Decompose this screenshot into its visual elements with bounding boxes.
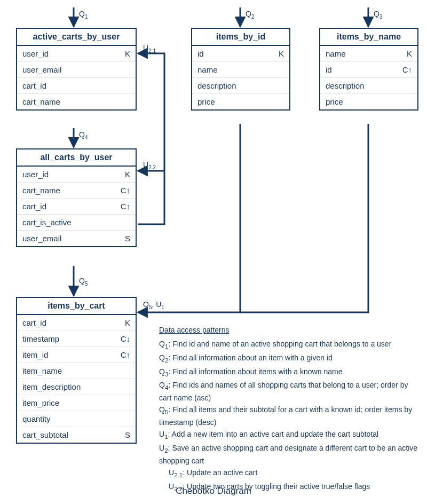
label-q4: Q4 (79, 130, 88, 140)
pattern-item: U1: Add a new item into an active cart a… (159, 429, 421, 442)
table-row: idK (192, 46, 289, 62)
table-items-by-cart: items_by_cart cart_idKtimestampC↓item_id… (16, 297, 137, 444)
label-u21: U2.1 (143, 44, 156, 54)
table-row: item_idC↑ (17, 347, 136, 363)
column-key: C↑ (114, 350, 130, 359)
data-access-patterns: Data access patterns Q1: Find id and nam… (159, 325, 421, 495)
label-q5u1: Q5, U1 (143, 300, 164, 310)
column-name: cart_id (22, 202, 114, 211)
table-items-by-name: items_by_name nameKidC↑descriptionprice (319, 28, 418, 111)
table-row: idC↑ (320, 62, 417, 78)
diagram-canvas: Q1 Q2 Q3 Q4 Q5 U2.1 U2.2 Q5, U1 active_c… (0, 0, 427, 504)
column-name: cart_is_active (22, 218, 114, 227)
table-active-carts-by-user: active_carts_by_user user_idKuser_emailc… (16, 28, 137, 111)
column-key (268, 65, 284, 74)
column-name: user_id (22, 49, 114, 58)
column-name: item_id (22, 350, 114, 359)
table-items-by-id: items_by_id idKnamedescriptionprice (191, 28, 290, 111)
table-body: idKnamedescriptionprice (192, 46, 289, 109)
column-key: C↑ (396, 65, 412, 74)
table-body: user_idKcart_nameC↑cart_idC↑cart_is_acti… (17, 167, 136, 246)
column-name: id (326, 65, 396, 74)
column-key (114, 398, 130, 407)
pattern-item: U2: Save an active shopping cart and des… (159, 443, 421, 466)
pattern-item: U2.1: Update an active cart (159, 467, 421, 480)
column-key: C↑ (114, 202, 130, 211)
table-row: user_email (17, 62, 136, 78)
column-name: description (197, 81, 268, 90)
table-row: price (320, 94, 417, 109)
column-name: price (197, 97, 268, 106)
pattern-item: Q2: Find all information about an item w… (159, 352, 421, 365)
column-key (114, 414, 130, 423)
column-key (114, 382, 130, 391)
column-key (396, 97, 412, 106)
column-key (396, 81, 412, 90)
column-key: C↑ (114, 186, 130, 195)
column-key (114, 218, 130, 227)
table-row: cart_is_active (17, 215, 136, 231)
column-key (114, 97, 130, 106)
label-u22: U2.2 (143, 160, 156, 170)
table-row: cart_idK (17, 315, 136, 331)
column-name: item_price (22, 398, 114, 407)
table-row: user_emailS (17, 231, 136, 246)
label-q5: Q5 (79, 277, 88, 287)
table-title: items_by_id (192, 29, 289, 46)
table-all-carts-by-user: all_carts_by_user user_idKcart_nameC↑car… (16, 148, 137, 247)
pattern-item: Q4: Find ids and names of all shopping c… (159, 380, 421, 403)
column-name: cart_id (22, 318, 114, 327)
column-key: K (268, 49, 284, 58)
column-name: id (197, 49, 268, 58)
column-name: cart_subtotal (22, 430, 114, 439)
table-row: cart_idC↑ (17, 199, 136, 215)
column-name: item_description (22, 382, 114, 391)
table-row: quantity (17, 411, 136, 427)
patterns-title: Data access patterns (159, 325, 421, 335)
table-row: item_name (17, 363, 136, 379)
pattern-item: Q1: Find id and name of an active shoppi… (159, 338, 421, 351)
table-title: active_carts_by_user (17, 29, 136, 46)
column-name: cart_id (22, 81, 114, 90)
column-key: S (114, 430, 130, 439)
table-row: item_description (17, 379, 136, 395)
table-row: cart_nameC↑ (17, 183, 136, 199)
column-name: user_email (22, 234, 114, 243)
table-body: cart_idKtimestampC↓item_idC↑item_nameite… (17, 315, 136, 443)
column-key: K (396, 49, 412, 58)
column-name: name (197, 65, 268, 74)
table-row: user_idK (17, 46, 136, 62)
label-q3: Q3 (374, 10, 382, 20)
column-key (268, 97, 284, 106)
pattern-item: Q5: Find all items and their subtotal fo… (159, 404, 421, 428)
table-row: nameK (320, 46, 417, 62)
label-q1: Q1 (79, 10, 88, 20)
table-row: item_price (17, 395, 136, 411)
table-body: nameKidC↑descriptionprice (320, 46, 417, 109)
column-key: K (114, 170, 130, 179)
table-body: user_idKuser_emailcart_idcart_name (17, 46, 136, 109)
table-row: price (192, 94, 289, 109)
label-q2: Q2 (246, 10, 254, 20)
column-name: user_id (22, 170, 114, 179)
column-key: C↓ (114, 334, 130, 343)
column-key (114, 81, 130, 90)
column-name: cart_name (22, 186, 114, 195)
table-title: all_carts_by_user (17, 149, 136, 167)
column-name: quantity (22, 414, 114, 423)
table-title: items_by_cart (17, 298, 136, 315)
table-title: items_by_name (320, 29, 417, 46)
column-key: K (114, 318, 130, 327)
table-row: description (320, 78, 417, 94)
pattern-item: Q3: Find all information about items wit… (159, 366, 421, 379)
patterns-list: Q1: Find id and name of an active shoppi… (159, 338, 421, 493)
table-row: cart_id (17, 78, 136, 94)
column-key (114, 366, 130, 375)
column-name: name (326, 49, 396, 58)
column-name: timestamp (22, 334, 114, 343)
table-row: cart_name (17, 94, 136, 109)
column-key: S (114, 234, 130, 243)
table-row: timestampC↓ (17, 331, 136, 347)
column-name: price (326, 97, 396, 106)
diagram-caption: Chebotko Diagram (160, 486, 267, 497)
